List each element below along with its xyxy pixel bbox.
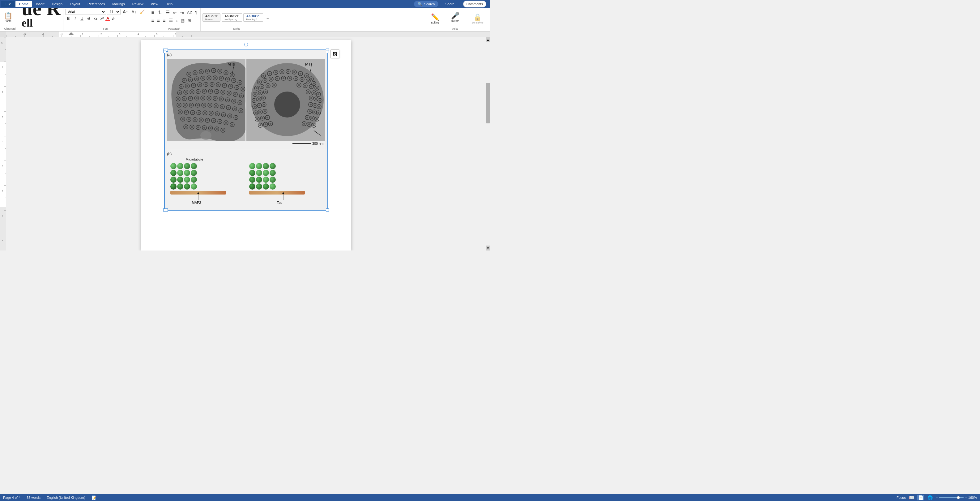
font-color-button[interactable]: A (105, 16, 110, 21)
svg-point-279 (256, 87, 258, 89)
shading-icon[interactable]: ▧ (180, 17, 186, 24)
show-marks-icon[interactable]: ¶ (194, 9, 198, 16)
line-spacing-icon[interactable]: ↕ (175, 17, 179, 24)
svg-point-327 (314, 105, 316, 106)
tab-mailings[interactable]: Mailings (108, 1, 128, 7)
text-highlight-button[interactable]: 🖊 (110, 16, 117, 21)
svg-point-83 (208, 77, 210, 79)
handle-bottom-right[interactable] (326, 209, 329, 212)
scroll-track[interactable] (486, 42, 490, 246)
tab-file[interactable]: File (1, 1, 16, 7)
svg-point-291 (310, 86, 312, 88)
svg-point-109 (224, 85, 225, 86)
figure-container: (a) (164, 49, 328, 211)
figure-a-label: (a) (167, 53, 325, 57)
borders-icon[interactable]: ⊞ (186, 17, 192, 24)
editing-button[interactable]: ✏️ Editing (430, 13, 441, 25)
svg-text:5: 5 (2, 140, 3, 142)
style-no-spacing[interactable]: AaBbCcDNo Spacing (222, 13, 242, 22)
font-grow-icon[interactable]: A↑ (121, 9, 129, 15)
italic-button[interactable]: I (72, 16, 78, 21)
sensitivity-button[interactable]: 🔒 Sensitivity (470, 13, 485, 25)
diagram-left: Microtubule (167, 157, 246, 207)
svg-point-63 (200, 71, 202, 73)
svg-point-143 (189, 97, 191, 99)
svg-point-233 (222, 129, 224, 131)
layout-options-button[interactable]: 🖼 (331, 49, 339, 58)
svg-point-347 (266, 116, 268, 118)
rotate-handle[interactable] (244, 43, 248, 46)
clear-formatting-icon[interactable]: 🧹 (138, 9, 146, 15)
tab-help[interactable]: Help (162, 1, 176, 7)
mt-cylinder-left (170, 163, 197, 190)
svg-point-211 (207, 120, 208, 121)
underline-button[interactable]: U (79, 16, 85, 21)
right-scrollbar[interactable]: ▲ ▼ (486, 37, 490, 250)
share-button[interactable]: Share (441, 1, 458, 7)
svg-point-231 (216, 128, 218, 130)
align-center-icon[interactable]: ≡ (156, 17, 161, 24)
comments-button[interactable]: Comments (463, 1, 486, 7)
svg-point-331 (255, 112, 256, 114)
style-heading1[interactable]: AaBbCcIHeading 1 (243, 13, 263, 22)
ruler-corner (0, 32, 6, 37)
font-overflow-area: ue R ell (20, 8, 64, 32)
tab-view[interactable]: View (147, 1, 162, 7)
align-left-icon[interactable]: ≡ (150, 17, 155, 24)
tab-references[interactable]: References (84, 1, 108, 7)
svg-point-169 (203, 104, 205, 106)
tab-design[interactable]: Design (48, 1, 66, 7)
list-bullets-icon[interactable]: ≡ (150, 9, 155, 16)
diagram-right: . (246, 157, 325, 207)
dictate-button[interactable]: 🎤 Dictate (450, 12, 461, 23)
svg-text:9: 9 (2, 239, 3, 241)
indent-increase-icon[interactable]: ⇥ (179, 9, 185, 16)
font-shrink-icon[interactable]: A↓ (130, 9, 138, 15)
scroll-thumb[interactable] (486, 83, 490, 124)
list-number-icon[interactable]: ⒈ (156, 9, 164, 16)
scroll-up-button[interactable]: ▲ (486, 37, 490, 42)
svg-point-205 (188, 118, 190, 120)
indent-decrease-icon[interactable]: ⇤ (172, 9, 178, 16)
paste-button[interactable]: 📋 Paste (2, 12, 14, 23)
font-name-select[interactable]: Arial (65, 9, 106, 14)
svg-text:4: 4 (138, 33, 139, 35)
svg-point-197 (223, 114, 224, 116)
styles-expand-icon[interactable]: ⌄ (264, 14, 271, 21)
tab-insert[interactable]: Insert (32, 1, 48, 7)
svg-point-359 (270, 123, 271, 124)
figure-b-label: (b) (167, 152, 325, 156)
svg-point-193 (210, 112, 212, 114)
strikethrough-button[interactable]: S (86, 16, 92, 21)
superscript-button[interactable]: x² (99, 16, 105, 21)
justify-icon[interactable]: ☰ (167, 17, 174, 24)
svg-point-65 (207, 70, 208, 72)
svg-point-195 (216, 113, 218, 115)
svg-point-287 (298, 84, 300, 86)
bold-button[interactable]: B (65, 16, 72, 21)
paragraph-group-label: Paragraph (150, 27, 198, 31)
document-canvas[interactable]: (a) (6, 37, 486, 250)
scroll-down-button[interactable]: ▼ (486, 246, 490, 250)
svg-point-155 (227, 99, 229, 101)
tab-review[interactable]: Review (129, 1, 147, 7)
svg-point-283 (267, 85, 269, 86)
svg-point-125 (204, 90, 205, 92)
handle-mid-left[interactable] (163, 50, 166, 53)
svg-point-177 (228, 107, 229, 108)
svg-point-97 (186, 85, 188, 87)
svg-point-319 (254, 106, 256, 108)
align-right-icon[interactable]: ≡ (162, 17, 167, 24)
multilevel-list-icon[interactable]: ☰ (164, 9, 171, 16)
font-size-select[interactable]: 11 (107, 9, 120, 14)
handle-bottom-center[interactable] (165, 209, 168, 212)
sort-icon[interactable]: AZ (186, 9, 194, 16)
handle-mid-right[interactable] (326, 50, 329, 53)
svg-text:1: 1 (82, 33, 83, 35)
ribbon-tab-bar: File Home Insert Design Layout Reference… (0, 0, 490, 8)
tab-layout[interactable]: Layout (66, 1, 84, 7)
svg-point-85 (214, 77, 216, 79)
tab-home[interactable]: Home (16, 1, 32, 7)
subscript-button[interactable]: x₂ (92, 16, 99, 21)
style-normal[interactable]: AaBbCcNormal (202, 13, 220, 22)
